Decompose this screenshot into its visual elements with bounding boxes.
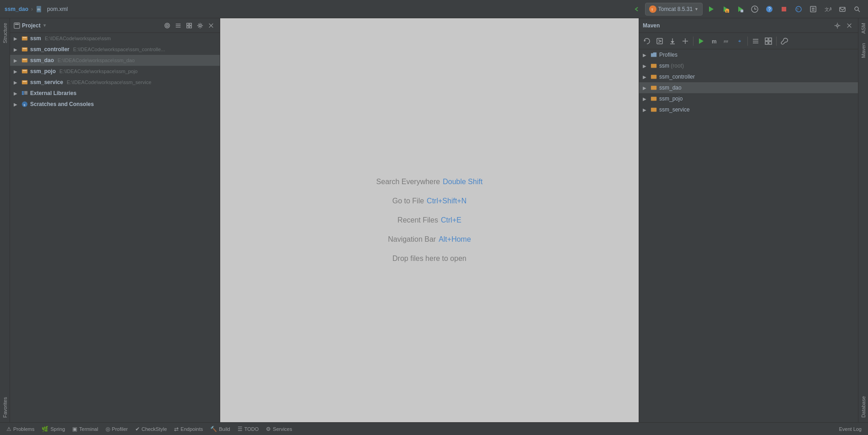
services-tab[interactable]: ⚙ Services — [263, 424, 295, 435]
maven-lightning-btn[interactable] — [734, 35, 746, 47]
svg-text:m: m — [712, 38, 717, 45]
svg-rect-18 — [812, 10, 815, 11]
expand-all-btn[interactable] — [184, 21, 194, 31]
maven-profiles-label: Profiles — [659, 52, 677, 58]
svg-rect-48 — [22, 91, 24, 93]
svg-point-27 — [167, 25, 168, 26]
maven-item-ssm-service[interactable]: ▶ ssm_service — [639, 104, 858, 115]
tree-arrow: ▶ — [14, 91, 19, 96]
maven-download-btn[interactable] — [667, 35, 678, 47]
settings-btn[interactable] — [195, 21, 205, 31]
database-tab[interactable]: Database — [859, 392, 868, 422]
update-button[interactable]: ? — [792, 3, 805, 16]
maven-m-btn[interactable]: m — [708, 35, 720, 47]
terminal-tab[interactable]: ▣ Terminal — [69, 424, 101, 435]
svg-rect-51 — [24, 92, 27, 93]
module-icon — [21, 46, 28, 53]
profiles-folder-icon — [650, 51, 657, 58]
help-button[interactable]: ? — [763, 3, 776, 16]
maven-ssm-dao-label: ssm_dao — [659, 85, 682, 91]
ssm-controller-module-icon — [650, 73, 657, 80]
finder-button[interactable] — [807, 3, 820, 16]
maven-lifecycle-btn[interactable]: ## — [721, 35, 733, 47]
svg-rect-41 — [23, 48, 27, 49]
svg-rect-73 — [769, 38, 772, 41]
tree-item-scratches[interactable]: ▶ s Scratches and Consoles — [10, 99, 220, 110]
tomcat-run-config[interactable]: T Tomcat 8.5.31 ▼ — [645, 3, 703, 16]
maven-refresh-btn[interactable] — [641, 35, 653, 47]
tree-item-ssm-controller[interactable]: ▶ ssm_controller E:\IDEACode\workspace\s… — [10, 44, 220, 55]
event-log-tab[interactable]: Event Log — [836, 424, 864, 435]
maven-item-ssm[interactable]: ▶ ssm (root) — [639, 60, 858, 71]
hint-nav-key: Alt+Home — [439, 235, 471, 244]
editor-area[interactable]: Search Everywhere Double Shift Go to Fil… — [220, 18, 639, 422]
maven-item-profiles[interactable]: ▶ Profiles — [639, 49, 858, 60]
maven-item-ssm-controller[interactable]: ▶ ssm_controller — [639, 71, 858, 82]
scope-btn[interactable] — [162, 21, 172, 31]
mail-button[interactable] — [836, 3, 849, 16]
translate-button[interactable]: 文A — [821, 3, 834, 16]
maven-arrow-ssm-pojo: ▶ — [643, 96, 648, 101]
ssm-service-name: ssm_service — [30, 79, 63, 85]
endpoints-tab[interactable]: ⇄ Endpoints — [171, 424, 206, 435]
spring-tab[interactable]: 🌿 Spring — [39, 424, 68, 435]
svg-rect-77 — [651, 75, 656, 79]
project-dropdown-arrow[interactable]: ▼ — [42, 23, 47, 28]
maven-toolbar-sep3 — [776, 37, 777, 46]
svg-text:?: ? — [796, 7, 799, 12]
breadcrumb-separator: › — [31, 6, 33, 12]
profiler-tab[interactable]: ◎ Profiler — [103, 424, 131, 435]
collapse-all-btn[interactable] — [173, 21, 183, 31]
maven-generate-btn[interactable] — [654, 35, 666, 47]
maven-arrow-ssm-service: ▶ — [643, 107, 648, 112]
maven-arrow-ssm: ▶ — [643, 64, 648, 69]
svg-point-55 — [836, 24, 838, 26]
maven-item-ssm-pojo[interactable]: ▶ ssm_pojo — [639, 93, 858, 104]
external-libraries-label: External Libraries — [30, 90, 76, 96]
run-button[interactable] — [704, 3, 717, 16]
coverage-button[interactable] — [734, 3, 746, 16]
maven-item-ssm-dao[interactable]: ▶ ssm_dao — [639, 82, 858, 93]
event-log-label: Event Log — [839, 426, 862, 432]
maven-add-btn[interactable] — [679, 35, 691, 47]
problems-tab[interactable]: ⚠ Problems — [4, 424, 37, 435]
todo-tab[interactable]: ☰ TODO — [235, 424, 262, 435]
asm-tab[interactable]: ASM — [859, 18, 868, 38]
maven-close-btn[interactable] — [844, 21, 854, 31]
close-panel-btn[interactable] — [206, 21, 216, 31]
maven-settings-btn[interactable] — [832, 21, 842, 31]
checkstyle-tab[interactable]: ✔ CheckStyle — [132, 424, 170, 435]
build-icon: 🔨 — [210, 426, 217, 432]
maven-side-tab[interactable]: Maven — [859, 38, 868, 63]
maven-panel: Maven — [639, 18, 858, 422]
svg-marker-58 — [644, 40, 646, 42]
svg-marker-61 — [671, 41, 674, 43]
back-button[interactable] — [630, 3, 643, 16]
search-button[interactable] — [851, 3, 863, 16]
svg-text:文A: 文A — [825, 7, 831, 12]
endpoints-label: Endpoints — [180, 426, 203, 432]
maven-collapse-btn[interactable] — [750, 35, 762, 47]
tree-item-ssm-service[interactable]: ▶ ssm_service E:\IDEACode\workspace\ssm_… — [10, 77, 220, 88]
ssm-dao-path: E:\IDEACode\workspace\ssm_dao — [58, 58, 135, 63]
structure-tab[interactable]: Structure — [1, 18, 9, 48]
tree-item-external-libraries[interactable]: ▶ External Libraries — [10, 88, 220, 99]
tree-item-ssm-pojo[interactable]: ▶ ssm_pojo E:\IDEACode\workspace\ssm_poj… — [10, 66, 220, 77]
svg-rect-80 — [651, 108, 656, 112]
build-tab[interactable]: 🔨 Build — [207, 424, 233, 435]
terminal-label: Terminal — [79, 426, 98, 432]
maven-wrench-btn[interactable] — [778, 35, 790, 47]
profile-button[interactable] — [748, 3, 761, 16]
stop-button[interactable] — [778, 3, 790, 16]
maven-run-btn[interactable] — [695, 35, 707, 47]
favorites-tab[interactable]: Favorites — [1, 393, 9, 422]
debug-button[interactable]: b — [719, 3, 732, 16]
module-icon — [21, 35, 28, 42]
profiler-label: Profiler — [112, 426, 128, 432]
tree-item-ssm[interactable]: ▶ ssm E:\IDEACode\workspace\ssm — [10, 33, 220, 44]
scratches-label: Scratches and Consoles — [30, 101, 94, 107]
tree-item-ssm-dao[interactable]: ▶ ssm_dao E:\IDEACode\workspace\ssm_dao — [10, 55, 220, 66]
svg-rect-9 — [741, 10, 743, 12]
file-name: pom.xml — [47, 6, 68, 12]
maven-expand-btn[interactable] — [762, 35, 774, 47]
